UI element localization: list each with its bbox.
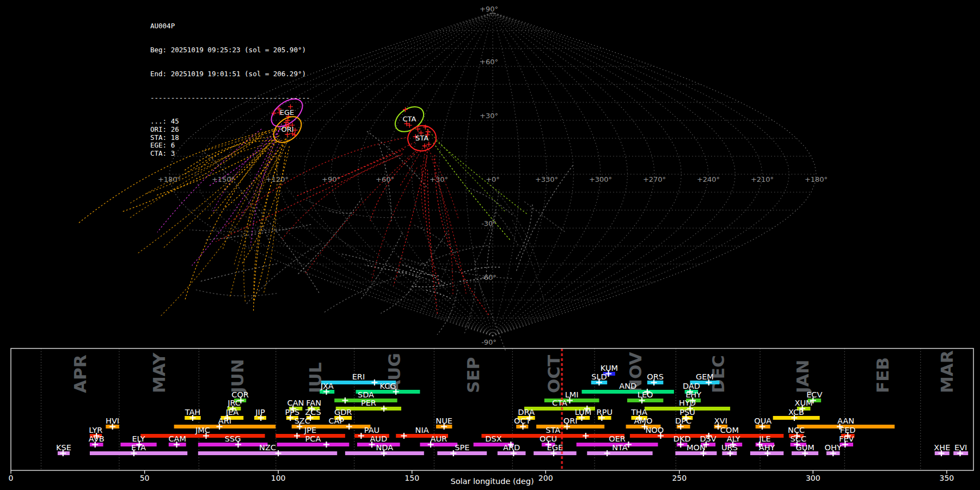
shower-label-AHY: AHY xyxy=(759,443,775,452)
radiant-label-STA: STA xyxy=(415,134,428,142)
trails-CTA xyxy=(425,127,528,241)
shower-label-CTA: CTA xyxy=(552,399,567,407)
shower-count-row: ...: 45 xyxy=(150,118,310,126)
month-label-JAN: JAN xyxy=(793,360,812,394)
map-latitude-label: +60° xyxy=(480,58,498,66)
activity-timeline: APRMAYJUNJULAUGSEPOCTNOVDECJANFEBMARKUME… xyxy=(9,348,973,486)
map-latitude-label: -30° xyxy=(481,219,497,228)
x-tick-label: 200 xyxy=(538,474,553,482)
map-longitude-label: +330° xyxy=(535,175,558,183)
map-longitude-label: +270° xyxy=(643,175,666,183)
shower-label-LYR: LYR xyxy=(89,426,102,434)
month-label-MAR: MAR xyxy=(937,350,957,393)
shower-label-NTA: NTA xyxy=(612,443,628,452)
map-longitude-label: +0° xyxy=(486,175,500,183)
begin-time: Beg: 20251019 09:25:23 (sol = 205.90°) xyxy=(150,46,310,54)
shower-label-LEO: LEO xyxy=(638,390,653,399)
shower-count-row: STA: 18 xyxy=(150,134,310,142)
shower-label-JMC: JMC xyxy=(195,426,210,434)
shower-bars: KUMERISLDORSGEMJXAKCGANDDADCORSDALMILEOE… xyxy=(56,364,968,457)
x-tick-label: 300 xyxy=(806,474,820,482)
shower-label-ERI: ERI xyxy=(352,372,365,381)
shower-bar-MON xyxy=(675,451,716,455)
shower-label-GUM: GUM xyxy=(795,443,814,452)
shower-label-JRC: JRC xyxy=(227,399,241,407)
shower-label-GEM: GEM xyxy=(696,372,714,381)
shower-label-CAN: CAN xyxy=(287,399,304,407)
shower-label-AUD: AUD xyxy=(370,434,387,443)
observation-info: AU004P Beg: 20251019 09:25:23 (sol = 205… xyxy=(150,7,310,173)
month-label-SEP: SEP xyxy=(463,357,483,393)
shower-count-row: EGE: 6 xyxy=(150,142,310,150)
station-code: AU004P xyxy=(150,22,310,30)
shower-label-URS: URS xyxy=(721,443,738,452)
shower-label-EGE: EGE xyxy=(547,443,564,452)
shower-label-NZC: NZC xyxy=(259,443,276,452)
shower-label-TAH: TAH xyxy=(185,408,201,416)
shower-label-GDR: GDR xyxy=(334,408,352,416)
radiant-and-activity-plot: +180°+150°+120°+90°+60°+30°+0°+330°+300°… xyxy=(0,0,980,490)
map-longitude-label: +120° xyxy=(266,175,289,183)
shower-bar-ETA xyxy=(90,451,187,455)
shower-label-THA: THA xyxy=(630,408,647,416)
shower-label-NIA: NIA xyxy=(415,426,429,434)
x-tick-label: 350 xyxy=(940,474,954,482)
shower-count-row: ORI: 26 xyxy=(150,126,310,134)
shower-label-EHY: EHY xyxy=(685,390,701,399)
shower-label-JXA: JXA xyxy=(320,382,334,390)
shower-label-SDA: SDA xyxy=(358,390,374,399)
map-longitude-label: +300° xyxy=(589,175,612,183)
map-longitude-label: +240° xyxy=(697,175,720,183)
shower-bar-AUR xyxy=(420,443,457,446)
shower-bar-PCA xyxy=(277,443,350,446)
shower-label-JIP: JIP xyxy=(255,408,265,416)
shower-label-AAN: AAN xyxy=(837,416,854,425)
shower-label-KCG: KCG xyxy=(379,382,396,390)
shower-label-DSV: DSV xyxy=(700,434,716,443)
map-longitude-label: +180° xyxy=(158,175,181,183)
shower-label-KSE: KSE xyxy=(56,443,71,452)
x-tick-label: 150 xyxy=(405,474,419,482)
shower-label-SPE: SPE xyxy=(455,443,469,452)
shower-label-CAM: CAM xyxy=(168,434,186,443)
shower-label-QUA: QUA xyxy=(754,416,771,425)
shower-label-PER: PER xyxy=(361,399,376,407)
shower-label-LMI: LMI xyxy=(565,390,579,399)
shower-label-AVB: AVB xyxy=(89,434,105,443)
map-latitude-label: +90° xyxy=(480,5,498,13)
shower-label-COR: COR xyxy=(231,390,249,399)
map-longitude-label: +180° xyxy=(805,175,828,183)
month-label-OCT: OCT xyxy=(544,355,564,393)
shower-label-ORS: ORS xyxy=(647,372,664,381)
x-tick-label: 250 xyxy=(672,474,687,482)
shower-bar-JMC xyxy=(140,434,265,438)
shower-label-JEA: JEA xyxy=(225,408,238,416)
shower-counts: ...: 45ORI: 26STA: 18EGE: 6CTA: 3 xyxy=(150,118,310,157)
shower-bar-LEO xyxy=(627,399,663,402)
x-tick-label: 50 xyxy=(140,474,150,482)
shower-bar-NZC xyxy=(198,451,337,455)
month-label-FEB: FEB xyxy=(873,357,892,393)
shower-label-DPC: DPC xyxy=(675,416,691,425)
shower-label-XCB: XCB xyxy=(788,408,804,416)
shower-label-ALY: ALY xyxy=(727,434,740,443)
shower-label-PPS: PPS xyxy=(285,408,300,416)
shower-label-HVI: HVI xyxy=(106,416,119,425)
shower-label-NUE: NUE xyxy=(436,416,452,425)
shower-label-FED: FED xyxy=(840,426,856,434)
map-longitude-label: +90° xyxy=(322,175,340,183)
shower-label-NDA: NDA xyxy=(376,443,393,452)
shower-label-SCC: SCC xyxy=(791,434,806,443)
shower-count-row: CTA: 3 xyxy=(150,150,310,158)
x-tick-label: 0 xyxy=(9,474,14,482)
shower-label-DAD: DAD xyxy=(683,382,700,390)
map-latitude-label: +30° xyxy=(480,112,498,120)
shower-bar-ARI xyxy=(174,425,276,428)
shower-bar-SSG xyxy=(198,443,268,446)
x-tick-label: 100 xyxy=(271,474,286,482)
shower-label-ELY: ELY xyxy=(132,434,145,443)
shower-label-SSG: SSG xyxy=(225,434,241,443)
month-label-MAY: MAY xyxy=(149,352,169,393)
shower-label-XUM: XUM xyxy=(795,399,813,407)
shower-label-XVI: XVI xyxy=(714,416,727,425)
